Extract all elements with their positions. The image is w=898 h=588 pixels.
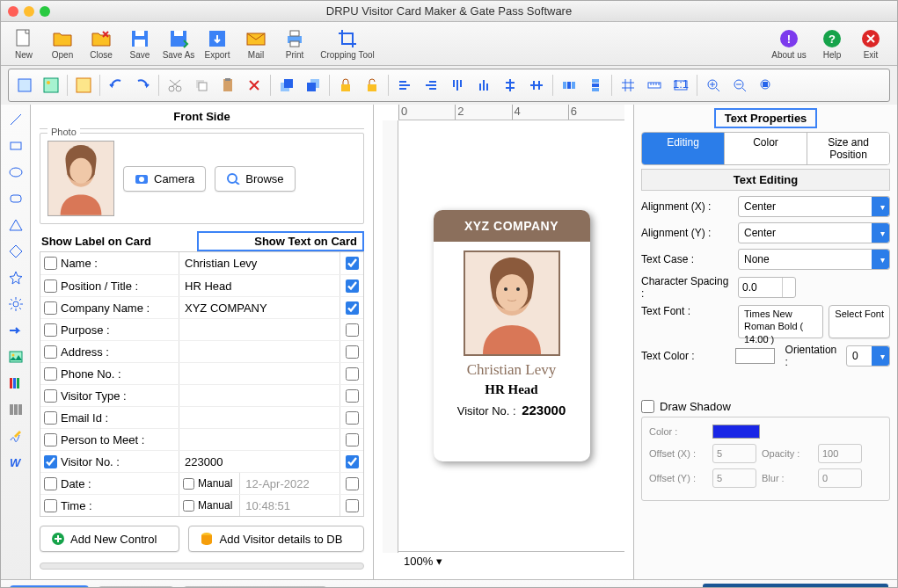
field-input[interactable] xyxy=(179,252,339,274)
actual-size-icon[interactable]: 1:1 xyxy=(668,73,693,98)
field-input[interactable] xyxy=(179,429,339,450)
saveas-button[interactable]: Save As xyxy=(161,28,196,60)
zoom-fit-icon[interactable] xyxy=(754,73,778,98)
text-checkbox[interactable] xyxy=(346,257,359,270)
redo-icon[interactable] xyxy=(130,73,155,98)
image-tool-icon[interactable] xyxy=(4,345,27,368)
align-top-icon[interactable] xyxy=(445,73,470,98)
undo-icon[interactable] xyxy=(104,73,128,98)
tab-color[interactable]: Color xyxy=(724,133,807,164)
triangle-tool-icon[interactable] xyxy=(4,214,27,236)
text-color-swatch[interactable] xyxy=(735,348,775,364)
id-card-preview[interactable]: XYZ COMPANY Christian Levy HR Head Visit… xyxy=(434,210,590,461)
image-icon[interactable] xyxy=(39,73,63,98)
label-checkbox[interactable] xyxy=(44,477,57,490)
lock-icon[interactable] xyxy=(333,73,358,98)
align-vcenter-icon[interactable] xyxy=(524,73,549,98)
text-checkbox[interactable] xyxy=(346,411,359,425)
field-input[interactable] xyxy=(179,407,339,428)
mail-button[interactable]: Mail xyxy=(238,28,274,60)
copy-icon[interactable] xyxy=(189,73,214,98)
canvas[interactable]: XYZ COMPANY Christian Levy HR Head Visit… xyxy=(398,120,624,551)
unlock-icon[interactable] xyxy=(360,73,384,98)
shadow-oy-input[interactable]: 5 xyxy=(712,468,756,488)
char-spacing-input[interactable]: 0.0 xyxy=(738,277,796,298)
barcode-tool-icon[interactable] xyxy=(4,398,27,421)
select-font-button[interactable]: Select Font xyxy=(829,305,890,338)
label-checkbox[interactable] xyxy=(44,279,57,293)
send-back-icon[interactable] xyxy=(301,73,325,98)
ellipse-tool-icon[interactable] xyxy=(4,161,27,184)
scrollbar-h[interactable] xyxy=(40,563,364,570)
text-checkbox[interactable] xyxy=(346,477,359,490)
text-checkbox[interactable] xyxy=(346,389,359,403)
field-input[interactable] xyxy=(179,363,339,384)
text-checkbox[interactable] xyxy=(346,455,359,468)
save-button[interactable]: Save xyxy=(122,28,157,60)
align-y-select[interactable]: Center xyxy=(738,222,890,243)
bring-front-icon[interactable] xyxy=(274,73,299,98)
roundrect-tool-icon[interactable] xyxy=(4,187,27,210)
print-button[interactable]: Print xyxy=(277,28,312,60)
text-checkbox[interactable] xyxy=(346,301,359,315)
text-checkbox[interactable] xyxy=(346,499,359,512)
rect-tool-icon[interactable] xyxy=(4,134,27,157)
text-checkbox[interactable] xyxy=(346,323,359,337)
about-button[interactable]: !About us xyxy=(767,28,811,60)
shadow-ox-input[interactable]: 5 xyxy=(712,444,756,463)
text-checkbox[interactable] xyxy=(346,433,359,446)
field-input[interactable] xyxy=(179,451,339,472)
paste-icon[interactable] xyxy=(215,73,240,98)
field-input[interactable] xyxy=(179,319,339,340)
label-checkbox[interactable] xyxy=(44,367,57,381)
front-tab-button[interactable]: Front xyxy=(10,585,89,589)
align-bottom-icon[interactable] xyxy=(471,73,496,98)
manual-checkbox[interactable] xyxy=(183,477,194,490)
align-right-icon[interactable] xyxy=(419,73,443,98)
signature-tool-icon[interactable] xyxy=(4,425,27,447)
field-input[interactable] xyxy=(179,275,339,296)
camera-button[interactable]: Camera xyxy=(123,166,206,192)
burst-tool-icon[interactable] xyxy=(4,293,27,316)
orientation-select[interactable]: 0 xyxy=(846,345,890,367)
exit-button[interactable]: Exit xyxy=(853,28,888,60)
distribute-h-icon[interactable] xyxy=(557,73,581,98)
arrow-tool-icon[interactable] xyxy=(4,319,27,342)
tab-sizepos[interactable]: Size and Position xyxy=(807,133,889,164)
shadow-color-swatch[interactable] xyxy=(712,425,760,439)
text-checkbox[interactable] xyxy=(346,345,359,359)
ruler-icon[interactable] xyxy=(642,73,667,98)
text-case-select[interactable]: None xyxy=(738,249,890,270)
align-left-icon[interactable] xyxy=(392,73,417,98)
library-tool-icon[interactable] xyxy=(4,372,27,395)
close-button[interactable]: Close xyxy=(84,28,119,60)
add-control-button[interactable]: Add New Control xyxy=(40,526,179,552)
field-input[interactable] xyxy=(179,341,339,362)
wordart-tool-icon[interactable]: W xyxy=(4,451,27,474)
label-checkbox[interactable] xyxy=(44,455,57,468)
label-checkbox[interactable] xyxy=(44,257,57,270)
props-icon[interactable] xyxy=(12,73,37,98)
text-checkbox[interactable] xyxy=(346,367,359,381)
align-x-select[interactable]: Center xyxy=(738,196,890,217)
label-checkbox[interactable] xyxy=(44,499,57,512)
browse-button[interactable]: Browse xyxy=(215,166,295,192)
crop-button[interactable]: Cropping Tool xyxy=(316,28,379,60)
export-button[interactable]: Export xyxy=(200,28,235,60)
photo-thumbnail[interactable] xyxy=(47,141,114,216)
manual-checkbox[interactable] xyxy=(183,499,194,512)
delete-icon[interactable] xyxy=(242,73,266,98)
star-tool-icon[interactable] xyxy=(4,266,27,289)
draw-shadow-checkbox[interactable]: Draw Shadow xyxy=(641,400,890,413)
zoom-out-icon[interactable] xyxy=(727,73,752,98)
label-checkbox[interactable] xyxy=(44,345,57,359)
diamond-tool-icon[interactable] xyxy=(4,240,27,263)
label-checkbox[interactable] xyxy=(44,411,57,425)
add-db-button[interactable]: Add Visitor details to DB xyxy=(188,526,364,552)
label-checkbox[interactable] xyxy=(44,389,57,403)
label-checkbox[interactable] xyxy=(44,301,57,315)
shadow-blur-input[interactable]: 0 xyxy=(818,468,862,488)
label-checkbox[interactable] xyxy=(44,323,57,337)
help-button[interactable]: ?Help xyxy=(814,28,850,60)
template-icon[interactable] xyxy=(71,73,96,98)
